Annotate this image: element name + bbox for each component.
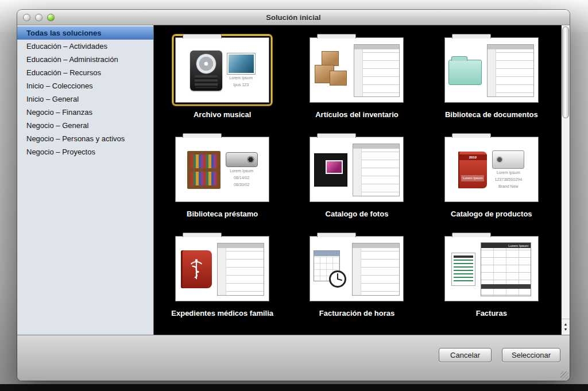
title-bar[interactable]: Solución inicial [17, 10, 570, 25]
template-thumbnail [307, 134, 407, 205]
template-label: Biblioteca préstamo [187, 210, 258, 218]
thumb-caption: 08/14/02 [234, 176, 249, 181]
thumb-caption: Lorem Ipsum [497, 171, 520, 176]
template-label: Catalogo de productos [451, 210, 532, 218]
sidebar-item-educacion-recursos[interactable]: Educación – Recursos [17, 66, 153, 79]
template-label: Expedientes médicos familia [171, 309, 273, 318]
template-thumbnail: Lorem Ipsum 08/14/02 08/30/02 [172, 134, 272, 205]
zoom-button[interactable] [47, 14, 55, 21]
template-card-archivo-musical[interactable]: Lorem Ipsum Ipus 123 Archivo musical [172, 34, 272, 119]
book-cover-label: Lorem Ipsum [461, 175, 484, 181]
template-grid: Lorem Ipsum Ipus 123 Archivo musical [154, 25, 561, 335]
bookshelf-icon [187, 151, 220, 189]
template-label: Facturas [476, 309, 507, 318]
template-card-biblioteca-documentos[interactable]: Biblioteca de documentos [442, 34, 541, 119]
template-label: Archivo musical [194, 110, 251, 119]
clock-icon [328, 270, 347, 288]
cd-icon [196, 53, 216, 74]
thumb-caption: 08/30/02 [234, 183, 249, 188]
template-label: Artículos del inventario [315, 110, 398, 119]
window-title: Solución inicial [266, 13, 320, 22]
cancel-button[interactable]: Cancelar [439, 348, 492, 362]
scrollbar-thumb[interactable] [562, 26, 569, 118]
starter-solution-dialog: Solución inicial Todas las soluciones Ed… [17, 10, 570, 381]
folder-icon [448, 60, 482, 85]
catalog-book-icon: 2010 Lorem Ipsum [458, 152, 487, 188]
template-thumbnail: Lorem Ipsum [442, 233, 541, 304]
sidebar-item-educacion-actividades[interactable]: Educación – Actividades [17, 40, 153, 53]
template-label: Facturación de horas [319, 309, 394, 318]
record-list-preview [354, 44, 400, 97]
thumb-caption: Lorem Ipsum [230, 169, 253, 174]
thumb-caption: Brand New [498, 184, 519, 189]
screen-bottom-bar [0, 384, 588, 391]
template-card-facturacion-horas[interactable]: Facturación de horas [307, 233, 407, 318]
footer-buttons: Cancelar Seleccionar [439, 348, 560, 362]
sidebar-item-educacion-administracion[interactable]: Educación – Administración [17, 53, 153, 66]
lens-icon [496, 156, 503, 163]
book-year-band: 2010 [458, 154, 487, 160]
template-label: Catalogo de fotos [326, 210, 389, 218]
record-list-preview [353, 144, 400, 196]
template-card-biblioteca-prestamo[interactable]: Lorem Ipsum 08/14/02 08/30/02 Biblioteca… [172, 134, 272, 218]
template-thumbnail [442, 34, 541, 106]
photo-thumbnail-icon [227, 53, 255, 74]
sidebar-item-todas-las-soluciones[interactable]: Todas las soluciones [17, 26, 153, 40]
music-player-icon [190, 51, 222, 91]
keypad-icon [195, 75, 218, 88]
vertical-scrollbar[interactable]: ▲ ▼ [561, 25, 570, 335]
inventory-boxes-icon [314, 50, 349, 91]
sidebar-item-negocio-personas-activos[interactable]: Negocio – Personas y activos [17, 132, 153, 145]
desktop: Solución inicial Todas las soluciones Ed… [0, 0, 588, 391]
sidebar-item-negocio-finanzas[interactable]: Negocio – Finanzas [17, 106, 153, 119]
invoice-header-text: Lorem Ipsum [481, 243, 528, 248]
caduceus-icon [189, 258, 204, 281]
record-list-preview [352, 243, 400, 296]
category-sidebar: Todas las soluciones Educación – Activid… [17, 25, 154, 335]
invoice-summary-panel [451, 253, 475, 286]
template-card-facturas[interactable]: Lorem Ipsum Facturas [442, 233, 541, 318]
record-list-preview [217, 243, 264, 296]
template-card-catalogo-fotos[interactable]: Catalogo de fotos [307, 134, 407, 218]
dialog-content: Todas las soluciones Educación – Activid… [17, 25, 570, 335]
thumb-caption: Ipus 123 [233, 83, 249, 88]
select-button[interactable]: Seleccionar [502, 348, 560, 362]
scroll-up-icon[interactable]: ▲ [564, 322, 568, 327]
template-label: Biblioteca de documentos [445, 110, 538, 119]
template-card-articulos-inventario[interactable]: Artículos del inventario [307, 34, 407, 119]
product-device-icon [492, 150, 524, 169]
record-list-preview [487, 44, 534, 97]
dialog-footer: Cancelar Seleccionar [17, 335, 570, 381]
projector-icon [226, 152, 258, 167]
template-thumbnail [307, 34, 407, 106]
thumb-caption: 1237385S0294 [495, 177, 523, 183]
template-browser: Lorem Ipsum Ipus 123 Archivo musical [154, 25, 570, 335]
window-controls [23, 10, 55, 25]
photo-icon [326, 160, 343, 174]
invoice-table-preview: Lorem Ipsum [481, 242, 531, 296]
scrollbar-arrows: ▲ ▼ [562, 319, 570, 335]
sidebar-item-inicio-colecciones[interactable]: Inicio – Colecciones [17, 79, 153, 92]
template-card-catalogo-productos[interactable]: 2010 Lorem Ipsum Lorem Ipsum 1237385S029… [442, 134, 541, 218]
template-thumbnail [172, 233, 272, 304]
close-button[interactable] [23, 14, 30, 21]
template-thumbnail: Lorem Ipsum Ipus 123 [172, 34, 272, 106]
scroll-down-icon[interactable]: ▼ [564, 327, 568, 332]
sidebar-item-negocio-proyectos[interactable]: Negocio – Proyectos [17, 145, 153, 158]
lens-icon [247, 156, 254, 164]
medical-book-icon [181, 250, 212, 288]
sidebar-item-negocio-general[interactable]: Negocio – General [17, 119, 153, 132]
minimize-button[interactable] [35, 14, 42, 21]
thumb-caption: Lorem Ipsum [229, 76, 253, 81]
sidebar-item-inicio-general[interactable]: Inicio – General [17, 92, 153, 106]
resize-grip-icon[interactable] [560, 371, 568, 380]
template-thumbnail: 2010 Lorem Ipsum Lorem Ipsum 1237385S029… [442, 134, 541, 205]
template-thumbnail [307, 233, 407, 304]
template-card-expedientes-medicos[interactable]: Expedientes médicos familia [171, 233, 273, 318]
photo-album-icon [314, 153, 347, 187]
